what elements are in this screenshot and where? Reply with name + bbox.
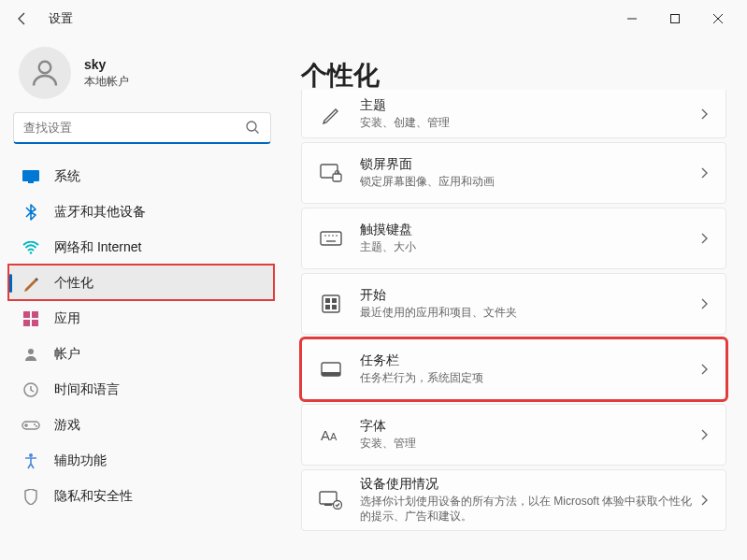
svg-point-7 bbox=[30, 251, 33, 254]
search-input[interactable] bbox=[13, 112, 271, 144]
time-icon bbox=[21, 380, 41, 400]
font-icon: AA bbox=[319, 423, 343, 447]
settings-card-theme[interactable]: 主题 安装、创建、管理 bbox=[301, 90, 726, 138]
search-icon bbox=[245, 120, 260, 135]
svg-text:A: A bbox=[330, 431, 338, 442]
svg-rect-10 bbox=[23, 320, 30, 326]
card-title: 任务栏 bbox=[360, 352, 699, 369]
window-controls bbox=[611, 4, 740, 34]
minimize-button[interactable] bbox=[611, 4, 654, 34]
sidebar-item-label: 蓝牙和其他设备 bbox=[54, 204, 146, 221]
sidebar-item-bluetooth[interactable]: 蓝牙和其他设备 bbox=[9, 194, 275, 230]
svg-point-16 bbox=[36, 425, 37, 427]
card-title: 字体 bbox=[360, 418, 699, 435]
apps-icon bbox=[21, 309, 41, 329]
card-title: 开始 bbox=[360, 287, 699, 304]
svg-rect-29 bbox=[325, 305, 330, 309]
account-name: sky bbox=[84, 57, 129, 72]
svg-line-4 bbox=[255, 130, 259, 134]
gaming-icon bbox=[21, 415, 41, 436]
account-type: 本地帐户 bbox=[84, 74, 129, 90]
nav-list: 系统蓝牙和其他设备网络和 Internet个性化应用帐户时间和语言游戏辅助功能隐… bbox=[4, 153, 280, 520]
sidebar-item-label: 系统 bbox=[54, 168, 80, 185]
sidebar-item-time[interactable]: 时间和语言 bbox=[9, 372, 275, 408]
svg-rect-26 bbox=[323, 295, 339, 312]
usage-icon bbox=[319, 488, 343, 512]
card-title: 设备使用情况 bbox=[360, 476, 699, 493]
window-title: 设置 bbox=[49, 10, 73, 27]
theme-icon bbox=[319, 102, 343, 126]
chevron-right-icon bbox=[699, 166, 709, 179]
maximize-button[interactable] bbox=[654, 4, 697, 34]
svg-point-12 bbox=[28, 349, 34, 354]
svg-point-17 bbox=[29, 453, 33, 457]
sidebar: sky 本地帐户 系统蓝牙和其他设备网络和 Internet个性化应用帐户时间和… bbox=[0, 37, 280, 560]
account-block[interactable]: sky 本地帐户 bbox=[4, 37, 280, 112]
svg-rect-6 bbox=[28, 181, 34, 183]
card-description: 主题、大小 bbox=[360, 240, 699, 255]
personalize-icon bbox=[21, 273, 41, 294]
settings-card-keyboard[interactable]: 触摸键盘 主题、大小 bbox=[301, 208, 726, 269]
chevron-right-icon bbox=[699, 494, 709, 507]
sidebar-item-apps[interactable]: 应用 bbox=[9, 301, 275, 337]
sidebar-item-label: 辅助功能 bbox=[54, 452, 107, 469]
card-title: 锁屏界面 bbox=[360, 156, 699, 173]
sidebar-item-privacy[interactable]: 隐私和安全性 bbox=[9, 479, 275, 514]
svg-point-2 bbox=[39, 62, 51, 74]
svg-point-15 bbox=[34, 424, 36, 425]
settings-card-font[interactable]: AA 字体 安装、管理 bbox=[301, 404, 726, 466]
sidebar-item-label: 游戏 bbox=[54, 417, 80, 434]
main-content: 个性化 主题 安装、创建、管理 锁屏界面 锁定屏幕图像、应用和动画 触摸键盘 主… bbox=[280, 37, 747, 560]
svg-rect-20 bbox=[321, 232, 341, 245]
sidebar-item-label: 隐私和安全性 bbox=[54, 488, 133, 505]
svg-rect-36 bbox=[324, 504, 332, 506]
system-icon bbox=[21, 166, 41, 187]
svg-rect-11 bbox=[32, 320, 38, 326]
chevron-right-icon bbox=[699, 108, 709, 121]
settings-card-lock[interactable]: 锁屏界面 锁定屏幕图像、应用和动画 bbox=[301, 142, 726, 204]
svg-rect-9 bbox=[32, 311, 38, 318]
card-title: 主题 bbox=[360, 97, 699, 114]
svg-rect-8 bbox=[23, 311, 30, 318]
titlebar: 设置 bbox=[0, 0, 747, 37]
card-description: 安装、创建、管理 bbox=[360, 116, 699, 131]
settings-card-taskbar[interactable]: 任务栏 任务栏行为，系统固定项 bbox=[301, 338, 726, 400]
chevron-right-icon bbox=[699, 232, 709, 245]
back-button[interactable] bbox=[7, 4, 37, 34]
sidebar-item-system[interactable]: 系统 bbox=[9, 159, 275, 194]
card-description: 安装、管理 bbox=[360, 437, 699, 452]
svg-rect-19 bbox=[333, 174, 341, 181]
keyboard-icon bbox=[319, 226, 343, 251]
chevron-right-icon bbox=[699, 363, 709, 376]
settings-card-start[interactable]: 开始 最近使用的应用和项目、文件夹 bbox=[301, 273, 726, 335]
accessibility-icon bbox=[21, 451, 41, 471]
sidebar-item-label: 应用 bbox=[54, 310, 80, 327]
svg-rect-5 bbox=[22, 170, 39, 181]
card-title: 触摸键盘 bbox=[360, 222, 699, 238]
card-description: 任务栏行为，系统固定项 bbox=[360, 371, 699, 386]
taskbar-icon bbox=[319, 357, 343, 381]
settings-card-usage[interactable]: 设备使用情况 选择你计划使用设备的所有方法，以在 Microsoft 体验中获取… bbox=[301, 469, 726, 531]
card-description: 锁定屏幕图像、应用和动画 bbox=[360, 175, 699, 190]
chevron-right-icon bbox=[699, 297, 709, 310]
privacy-icon bbox=[21, 486, 41, 507]
sidebar-item-accessibility[interactable]: 辅助功能 bbox=[9, 443, 275, 479]
card-description: 选择你计划使用设备的所有方法，以在 Microsoft 体验中获取个性化的提示、… bbox=[360, 495, 699, 524]
bluetooth-icon bbox=[21, 202, 41, 223]
settings-card-list: 主题 安装、创建、管理 锁屏界面 锁定屏幕图像、应用和动画 触摸键盘 主题、大小… bbox=[301, 101, 726, 531]
svg-text:A: A bbox=[321, 427, 330, 443]
sidebar-item-network[interactable]: 网络和 Internet bbox=[9, 230, 275, 266]
close-button[interactable] bbox=[697, 4, 740, 34]
sidebar-item-personalize[interactable]: 个性化 bbox=[9, 266, 275, 301]
sidebar-item-accounts[interactable]: 帐户 bbox=[9, 337, 275, 372]
sidebar-item-gaming[interactable]: 游戏 bbox=[9, 408, 275, 443]
svg-rect-30 bbox=[332, 305, 337, 309]
lock-icon bbox=[319, 161, 343, 185]
sidebar-item-label: 个性化 bbox=[54, 275, 93, 292]
avatar bbox=[19, 47, 71, 99]
sidebar-item-label: 时间和语言 bbox=[54, 381, 120, 398]
card-description: 最近使用的应用和项目、文件夹 bbox=[360, 306, 699, 321]
svg-point-3 bbox=[247, 122, 256, 131]
network-icon bbox=[21, 237, 41, 258]
sidebar-item-label: 网络和 Internet bbox=[54, 239, 141, 256]
